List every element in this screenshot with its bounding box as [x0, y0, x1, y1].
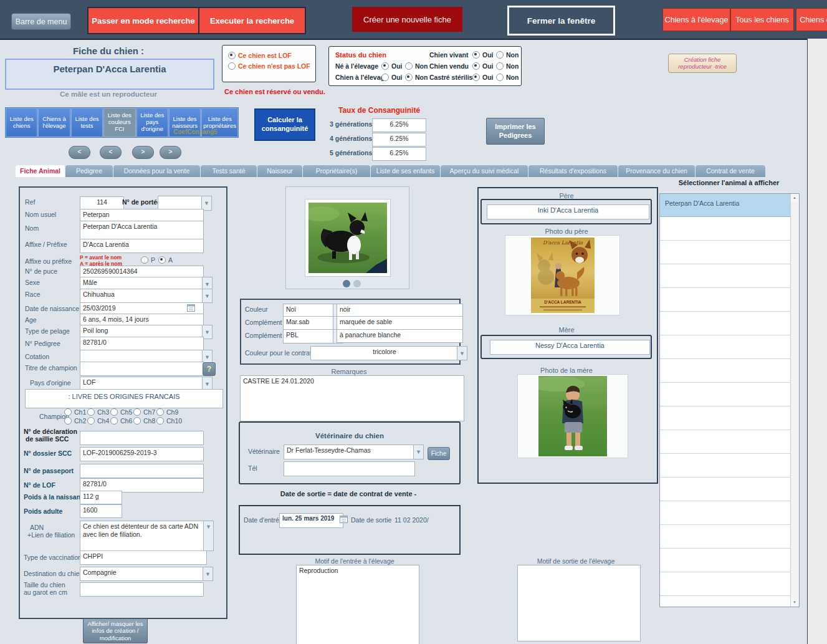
prev-record-button[interactable]: < — [100, 146, 122, 159]
tab-expositions[interactable]: Résultats d'expositions — [528, 165, 618, 177]
tab-proprietaires[interactable]: Propriétaire(s) — [303, 165, 370, 177]
radio-unselected-icon[interactable] — [64, 417, 72, 425]
next-record-fast-button[interactable]: > — [160, 146, 181, 159]
radio-selected-icon[interactable] — [405, 74, 413, 81]
radio-unselected-icon[interactable] — [141, 256, 148, 264]
list-item[interactable] — [660, 430, 799, 454]
gen4-value[interactable]: 6.25% — [372, 133, 426, 147]
list-dogs-button[interactable]: Liste des chiens — [6, 108, 37, 137]
scroll-down-icon[interactable]: ▼ — [791, 598, 798, 607]
radio-unselected-icon[interactable] — [87, 408, 95, 416]
couleur-text-field[interactable]: noir — [337, 304, 463, 317]
all-dogs-button[interactable]: Tous les chiens — [730, 8, 794, 31]
lof-yes-option[interactable]: Ce chien est LOF — [228, 52, 292, 59]
radio-selected-icon[interactable] — [158, 256, 166, 264]
contrat-couleur-select[interactable]: tricolore▼ — [310, 346, 467, 360]
calendar-icon[interactable] — [187, 304, 195, 312]
kennel-dogs-button[interactable]: Chiens à l'élevage — [38, 108, 70, 137]
list-fci-colors-button[interactable]: Liste des couleurs FCI — [103, 108, 135, 137]
pere-photo-frame[interactable]: D'acca Larentia D'ACCA LARENTIA — [505, 235, 620, 315]
gen3-value[interactable]: 6.25% — [372, 118, 426, 132]
list-item[interactable] — [660, 359, 799, 383]
tab-donnees-vente[interactable]: Données pour la vente — [113, 165, 200, 177]
radio-unselected-icon[interactable] — [87, 417, 95, 425]
list-tests-button[interactable]: Liste des tests — [71, 108, 103, 137]
list-item[interactable] — [660, 501, 799, 525]
list-item[interactable] — [660, 241, 799, 264]
radio-unselected-icon[interactable] — [156, 417, 164, 425]
tab-contrat-vente[interactable]: Contrat de vente — [696, 165, 765, 177]
radio-unselected-icon[interactable] — [228, 62, 236, 70]
tab-naisseur[interactable]: Naisseur — [257, 165, 302, 177]
champion-ch7-radio[interactable]: Ch7 — [133, 408, 156, 416]
list-item[interactable] — [660, 217, 799, 241]
passeport-field[interactable] — [80, 464, 204, 478]
vet-fiche-button[interactable]: Fiche — [428, 447, 450, 460]
poids-adulte-field[interactable]: 1600 — [80, 504, 122, 518]
radio-unselected-icon[interactable] — [405, 62, 413, 70]
scroll-up-icon[interactable]: ▲ — [791, 194, 798, 202]
radio-unselected-icon[interactable] — [110, 408, 118, 416]
ne-elevage-oui[interactable]: Oui — [381, 62, 403, 70]
dogs-at-kennel-button[interactable]: Chiens à l'élevage — [662, 8, 730, 31]
taille-field[interactable] — [80, 582, 204, 597]
list-item[interactable] — [660, 264, 799, 288]
champion-ch9-radio[interactable]: Ch9 — [156, 408, 179, 416]
print-pedigrees-button[interactable]: Imprimer les Pedigrees — [486, 118, 545, 145]
vivant-non[interactable]: Non — [496, 51, 519, 59]
list-item[interactable] — [660, 478, 799, 501]
castre-oui[interactable]: Oui — [472, 74, 494, 81]
tab-pedigree[interactable]: Pedigree — [65, 165, 113, 177]
complement1-code-select[interactable]: Mar.sab▼ — [283, 316, 343, 330]
search-mode-button[interactable]: Passer en mode recherche — [88, 8, 198, 33]
motif-sortie-textarea[interactable] — [517, 565, 641, 642]
chien-elevage-oui[interactable]: Oui — [381, 74, 403, 81]
radio-selected-icon[interactable] — [381, 62, 389, 70]
lof-no-option[interactable]: Ce chien n'est pas LOF — [228, 62, 310, 70]
radio-unselected-icon[interactable] — [496, 62, 504, 70]
champion-ch10-radio[interactable]: Ch10 — [156, 417, 182, 425]
tel-field[interactable] — [284, 461, 415, 476]
photo-page-dot-active[interactable] — [343, 280, 350, 287]
radio-unselected-icon[interactable] — [133, 408, 141, 416]
radio-selected-icon[interactable] — [228, 52, 236, 59]
champion-ch6-radio[interactable]: Ch6 — [110, 417, 133, 425]
radio-unselected-icon[interactable] — [156, 408, 164, 416]
complement2-code-select[interactable]: PBL▼ — [283, 329, 343, 344]
list-item[interactable] — [660, 383, 799, 406]
next-record-button[interactable]: > — [132, 146, 154, 159]
radio-unselected-icon[interactable] — [110, 417, 118, 425]
photo-page-dot[interactable] — [353, 280, 361, 287]
dog-name-box[interactable]: Peterpan D'Acca Larentia — [5, 59, 214, 90]
titre-field[interactable] — [80, 362, 204, 376]
tab-provenance[interactable]: Provenance du chien — [618, 165, 695, 177]
list-item[interactable] — [660, 335, 799, 359]
list-item[interactable] — [660, 288, 799, 312]
pere-name-field[interactable]: Inki D'Acca Larentia — [487, 204, 649, 219]
motif-entree-textarea[interactable]: Reproduction — [296, 565, 419, 644]
new-record-button[interactable]: Créer une nouvelle fiche — [352, 7, 462, 32]
castre-non[interactable]: Non — [496, 74, 519, 81]
list-countries-button[interactable]: Liste des pays d'origine — [136, 108, 168, 137]
dossier-field[interactable]: LOF-2019006259-2019-3 — [80, 447, 204, 461]
tab-suivi-medical[interactable]: Aperçu du suivi médical — [441, 165, 528, 177]
prev-record-fast-button[interactable]: < — [69, 146, 90, 159]
champion-ch3-radio[interactable]: Ch3 — [87, 408, 110, 416]
radio-unselected-icon[interactable] — [496, 51, 504, 59]
toggle-creation-infos-button[interactable]: Afficher/ masquer les infos de création … — [83, 618, 148, 643]
list-item-selected[interactable]: Peterpan D'Acca Larentia — [660, 194, 799, 217]
gen5-value[interactable]: 6.25% — [372, 147, 426, 161]
radio-selected-icon[interactable] — [472, 74, 480, 81]
radio-selected-icon[interactable] — [472, 62, 480, 70]
list-item[interactable] — [660, 525, 799, 549]
tab-tests-sante[interactable]: Tests santé — [201, 165, 257, 177]
remarques-textarea[interactable]: CASTRE LE 24.01.2020 — [240, 375, 464, 421]
list-item[interactable] — [660, 596, 799, 619]
radio-unselected-icon[interactable] — [381, 74, 389, 81]
mere-photo-frame[interactable] — [517, 374, 628, 458]
calc-inbreeding-button[interactable]: Calculer la consanguinité — [254, 108, 315, 141]
vendu-oui[interactable]: Oui — [472, 62, 494, 70]
champion-ch8-radio[interactable]: Ch8 — [133, 417, 156, 425]
create-breeder-button[interactable]: Création fiche reproducteur -trice — [668, 54, 737, 73]
date-entree-field[interactable]: lun. 25 mars 2019 — [279, 513, 343, 528]
